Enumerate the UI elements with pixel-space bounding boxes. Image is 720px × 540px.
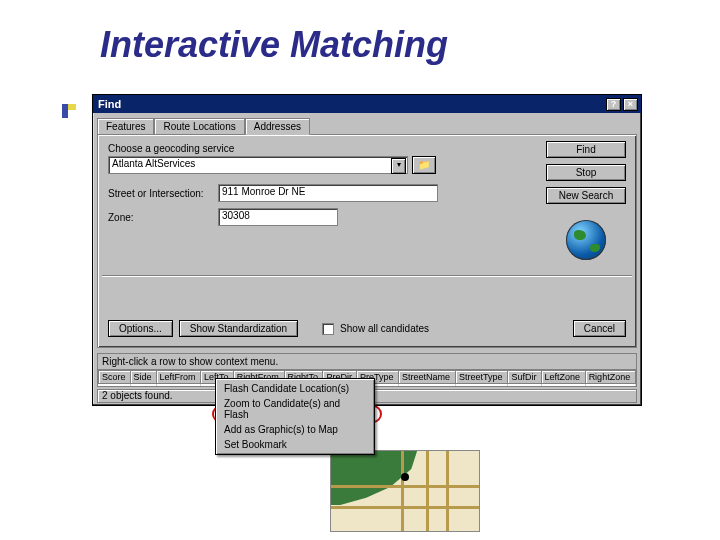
col-streetname[interactable]: StreetName	[399, 371, 456, 384]
map-road	[446, 451, 449, 532]
col-streettype[interactable]: StreetType	[456, 371, 508, 384]
cell: 30308	[585, 384, 635, 388]
context-menu-item-zoom-flash[interactable]: Zoom to Candidate(s) and Flash	[218, 396, 372, 422]
slide-title: Interactive Matching	[100, 24, 448, 66]
close-button[interactable]: ×	[623, 98, 638, 111]
help-button[interactable]: ?	[606, 98, 621, 111]
cell: 30308	[541, 384, 585, 388]
context-menu: Flash Candidate Location(s) Zoom to Cand…	[215, 378, 375, 455]
tab-features[interactable]: Features	[97, 118, 154, 135]
browse-service-button[interactable]: 📁	[412, 156, 436, 174]
map-road	[331, 506, 480, 509]
geocoding-service-value: Atlanta AltServices	[112, 158, 195, 169]
tab-route-locations[interactable]: Route Locations	[154, 118, 244, 135]
dialog-body: Features Route Locations Addresses Find …	[97, 117, 637, 349]
cell: NE	[508, 384, 541, 388]
map-road	[331, 485, 480, 488]
map-point-icon	[401, 473, 409, 481]
map-thumbnail	[330, 450, 480, 532]
map-road	[401, 451, 404, 532]
col-rightzone[interactable]: RightZone	[585, 371, 635, 384]
bottom-controls: Options... Show Standardization Show all…	[108, 320, 429, 337]
col-leftzone[interactable]: LeftZone	[541, 371, 585, 384]
col-score[interactable]: Score	[99, 371, 131, 384]
col-side[interactable]: Side	[130, 371, 156, 384]
find-button[interactable]: Find	[546, 141, 626, 158]
globe-icon	[566, 220, 606, 260]
show-all-candidates-label: Show all candidates	[340, 323, 429, 334]
map-road	[426, 451, 429, 532]
find-dialog: Find ? × Features Route Locations Addres…	[92, 94, 642, 406]
context-menu-item-add-graphic[interactable]: Add as Graphic(s) to Map	[218, 422, 372, 437]
tab-panel-addresses: Find Stop New Search Choose a geocoding …	[97, 134, 637, 348]
bullet-icon	[62, 104, 76, 118]
new-search-button[interactable]: New Search	[546, 187, 626, 204]
context-menu-item-flash[interactable]: Flash Candidate Location(s)	[218, 381, 372, 396]
right-button-column: Find Stop New Search	[546, 141, 626, 260]
options-button[interactable]: Options...	[108, 320, 173, 337]
folder-icon: 📁	[418, 159, 430, 170]
show-standardization-button[interactable]: Show Standardization	[179, 320, 298, 337]
geocoding-service-select[interactable]: Atlanta AltServices ▾	[108, 156, 408, 174]
tab-strip: Features Route Locations Addresses	[97, 117, 637, 134]
cell: 100	[99, 384, 131, 388]
context-menu-item-set-bookmark[interactable]: Set Bookmark	[218, 437, 372, 452]
zone-input[interactable]: 30308	[218, 208, 338, 226]
street-value: 911 Monroe Dr NE	[222, 186, 305, 197]
col-leftfrom[interactable]: LeftFrom	[156, 371, 201, 384]
cell: 846	[156, 384, 201, 388]
col-sufdir[interactable]: SufDir	[508, 371, 541, 384]
cell: DR	[456, 384, 508, 388]
street-label: Street or Intersection:	[108, 188, 218, 199]
street-input[interactable]: 911 Monroe Dr NE	[218, 184, 438, 202]
table-hint: Right-click a row to show context menu.	[98, 354, 636, 370]
cell: R	[130, 384, 156, 388]
zone-label: Zone:	[108, 212, 218, 223]
titlebar: Find ? ×	[93, 95, 641, 113]
tab-addresses[interactable]: Addresses	[245, 118, 310, 135]
zone-value: 30308	[222, 210, 250, 221]
chevron-down-icon: ▾	[391, 158, 406, 174]
cancel-button[interactable]: Cancel	[573, 320, 626, 337]
divider	[102, 275, 632, 277]
show-all-candidates-checkbox[interactable]	[322, 323, 334, 335]
stop-button[interactable]: Stop	[546, 164, 626, 181]
cell: MONROE	[399, 384, 456, 388]
dialog-title: Find	[98, 98, 604, 110]
